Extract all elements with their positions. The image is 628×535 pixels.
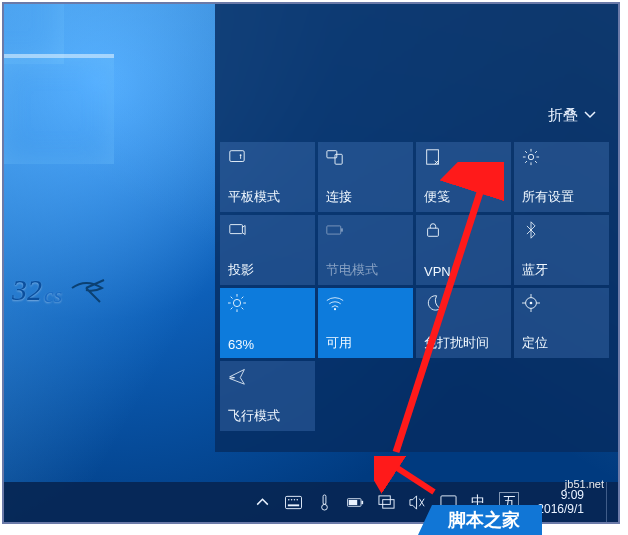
svg-rect-11 [428,228,439,236]
tablet-icon [228,148,307,168]
wifi-icon [326,294,405,314]
action-center-panel: 折叠 平板模式连接便笺所有设置投影节电模式VPN蓝牙63%可用免打扰时间定位飞行… [215,4,618,452]
clock-date: 2016/9/1 [537,502,584,516]
quick-action-tile-brightness[interactable]: 63% [220,288,315,358]
screenshot-frame: 32 cs 折叠 平板模式连接便笺所有设置投影节电模式VPN蓝牙63%可用免打扰… [2,2,620,524]
show-desktop-button[interactable] [606,482,612,522]
svg-point-21 [297,498,299,500]
svg-rect-8 [230,225,243,234]
tile-label: 所有设置 [522,188,601,206]
chevron-down-icon [584,107,596,124]
location-icon [522,294,601,314]
svg-rect-2 [230,151,244,162]
svg-rect-29 [441,495,456,505]
svg-rect-5 [335,154,342,164]
svg-rect-9 [327,226,341,234]
quick-action-tile-vpn[interactable]: VPN [416,215,511,285]
tile-label: 平板模式 [228,188,307,206]
tray-overflow-chevron-icon[interactable] [254,494,271,511]
quick-action-tile-project[interactable]: 投影 [220,215,315,285]
touch-keyboard-icon[interactable] [285,494,302,511]
svg-rect-22 [323,494,326,503]
svg-rect-16 [286,496,302,508]
svg-point-15 [530,302,533,305]
footer-banner: 脚本之家 [418,505,542,535]
battery-icon [326,221,405,241]
tile-label: 可用 [326,334,405,352]
note-icon [424,148,503,168]
collapse-button[interactable]: 折叠 [548,106,596,125]
svg-rect-28 [383,499,394,508]
volume-mute-icon[interactable] [409,494,426,511]
quick-action-tile-airplane[interactable]: 飞行模式 [220,361,315,431]
footer-text: 脚本之家 [448,508,520,532]
svg-point-12 [233,299,240,306]
quick-action-tile-bluetooth[interactable]: 蓝牙 [514,215,609,285]
svg-rect-10 [341,228,343,231]
svg-rect-25 [362,500,364,503]
svg-rect-17 [288,504,299,506]
thermometer-icon[interactable] [316,494,333,511]
svg-point-19 [291,498,293,500]
tile-label: VPN [424,264,503,279]
watermark-logo: 32 cs [12,266,122,326]
project-icon [228,221,307,241]
clock-time: 9:09 [537,488,584,502]
battery-icon[interactable] [347,494,364,511]
svg-point-23 [322,504,328,510]
quick-action-tile-wifi[interactable]: 可用 [318,288,413,358]
quick-action-tile-gear[interactable]: 所有设置 [514,142,609,212]
quick-action-tile-battery[interactable]: 节电模式 [318,215,413,285]
collapse-label: 折叠 [548,106,578,125]
network-icon[interactable] [378,494,395,511]
svg-point-20 [294,498,296,500]
brightness-icon [228,294,307,314]
tile-label: 蓝牙 [522,261,601,279]
tile-label: 63% [228,337,307,352]
tile-label: 免打扰时间 [424,334,503,352]
vpn-icon [424,221,503,241]
svg-rect-26 [349,499,358,504]
airplane-icon [228,367,307,387]
source-watermark: jb51.net [565,478,604,490]
quick-action-tile-note[interactable]: 便笺 [416,142,511,212]
bluetooth-icon [522,221,601,241]
moon-icon [424,294,503,314]
taskbar-clock[interactable]: 9:09 2016/9/1 [533,488,592,516]
quick-action-tile-connect[interactable]: 连接 [318,142,413,212]
svg-point-13 [334,308,336,310]
svg-point-18 [288,498,290,500]
tile-label: 连接 [326,188,405,206]
connect-icon [326,148,405,168]
svg-text:32: 32 [12,273,42,306]
gear-icon [522,148,601,168]
svg-text:cs: cs [44,282,62,307]
tile-label: 定位 [522,334,601,352]
quick-action-tile-moon[interactable]: 免打扰时间 [416,288,511,358]
tile-label: 便笺 [424,188,503,206]
tile-label: 飞行模式 [228,407,307,425]
svg-point-3 [240,154,242,156]
quick-action-tile-tablet[interactable]: 平板模式 [220,142,315,212]
tile-label: 投影 [228,261,307,279]
quick-action-tile-location[interactable]: 定位 [514,288,609,358]
quick-action-tiles: 平板模式连接便笺所有设置投影节电模式VPN蓝牙63%可用免打扰时间定位飞行模式 [220,142,613,431]
svg-point-7 [528,154,533,159]
tile-label: 节电模式 [326,261,405,279]
